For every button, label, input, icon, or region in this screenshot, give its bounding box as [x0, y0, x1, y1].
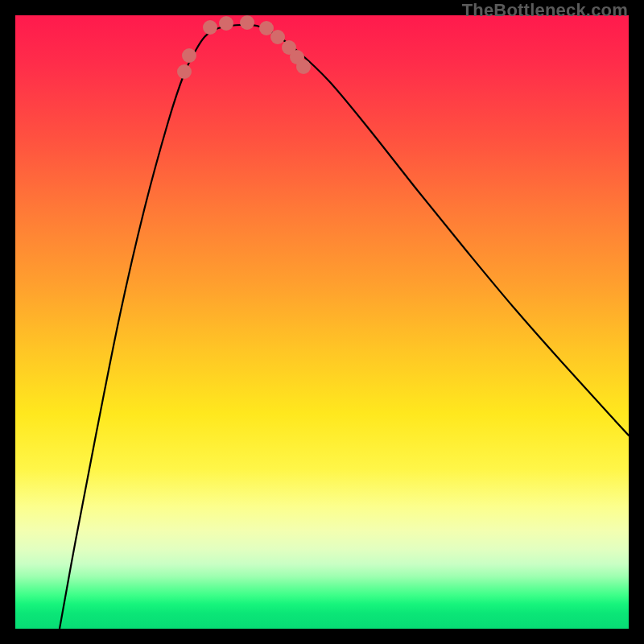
marker-dot [270, 30, 285, 44]
watermark-text: TheBottleneck.com [462, 0, 628, 21]
marker-dot [177, 64, 192, 79]
marker-dot [219, 16, 233, 31]
marker-dot [203, 20, 217, 35]
bottleneck-curve [60, 25, 629, 629]
marker-dot [240, 15, 254, 30]
marker-dot [182, 48, 196, 63]
marker-dot [259, 21, 274, 35]
plot-area [15, 15, 629, 629]
curve-layer [15, 15, 629, 629]
marker-dot [296, 60, 311, 74]
